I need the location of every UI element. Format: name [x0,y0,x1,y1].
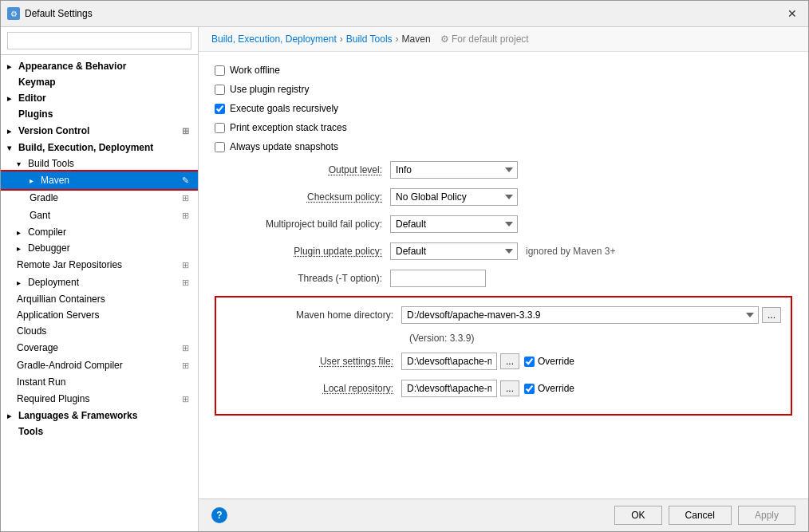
maven-home-browse-button[interactable]: ... [762,307,781,323]
sidebar-item-gant[interactable]: Gant ⊞ [1,207,198,224]
breadcrumb: Build, Execution, Deployment › Build Too… [199,27,808,52]
arrow-icon: ▸ [17,244,25,253]
sidebar-item-gradle[interactable]: Gradle ⊞ [1,189,198,207]
nav-tree: ▸ Appearance & Behavior Keymap ▸ Editor … [1,55,198,531]
print-exception-row: Print exception stack traces [215,122,792,133]
print-exception-checkbox[interactable] [215,123,225,133]
sidebar-item-coverage[interactable]: Coverage ⊞ [1,339,198,357]
help-button[interactable]: ? [211,507,227,523]
maven-version-note: (Version: 3.3.9) [409,333,781,344]
sidebar-item-appearance[interactable]: ▸ Appearance & Behavior [1,58,198,74]
always-update-row: Always update snapshots [215,141,792,152]
output-level-select[interactable]: Info Debug Error [390,161,518,179]
sidebar-item-remote-jar[interactable]: Remote Jar Repositories ⊞ [1,256,198,274]
execute-goals-checkbox[interactable] [215,104,225,114]
use-plugin-registry-checkbox[interactable] [215,85,225,95]
search-bar [1,27,198,55]
user-settings-row: User settings file: ... Override [226,352,781,371]
checksum-policy-label: Checksum policy: [215,191,390,203]
cancel-button[interactable]: Cancel [669,506,732,525]
vcs-icon: ⊞ [179,124,191,137]
work-offline-row: Work offline [215,65,792,76]
search-input[interactable] [7,32,191,49]
settings-icon: ⚙ [7,7,20,20]
arrow-icon: ▾ [17,160,25,168]
local-repo-override-label[interactable]: Override [538,383,574,394]
sidebar-item-plugins[interactable]: Plugins [1,106,198,122]
plugin-update-note: ignored by Maven 3+ [526,246,615,257]
plugin-update-policy-select[interactable]: Default Always Never Daily [390,242,518,260]
sidebar-item-debugger[interactable]: ▸ Debugger [1,240,198,256]
threads-label: Threads (-T option): [215,273,390,284]
sidebar-item-editor[interactable]: ▸ Editor [1,90,198,106]
settings-area: Work offline Use plugin registry Execute… [199,52,808,499]
svg-text:⚙: ⚙ [10,10,18,18]
local-repo-browse-button[interactable]: ... [500,380,519,396]
title-bar: ⚙ Default Settings ✕ [1,1,808,27]
gant-icon: ⊞ [179,209,191,222]
close-button[interactable]: ✕ [783,6,802,22]
user-settings-browse-button[interactable]: ... [500,353,519,369]
user-settings-override-label[interactable]: Override [538,356,574,367]
print-exception-label[interactable]: Print exception stack traces [230,122,347,133]
required-plugins-icon: ⊞ [179,392,191,405]
use-plugin-registry-row: Use plugin registry [215,84,792,95]
multiproject-policy-label: Multiproject build fail policy: [215,219,390,230]
output-level-row: Output level: Info Debug Error [215,160,792,179]
sidebar-item-build-tools[interactable]: ▾ Build Tools [1,156,198,171]
user-settings-override-checkbox[interactable] [524,357,535,367]
apply-button[interactable]: Apply [738,506,795,525]
sidebar-item-build-execution[interactable]: ▾ Build, Execution, Deployment [1,140,198,156]
main-content: ▸ Appearance & Behavior Keymap ▸ Editor … [1,27,808,531]
work-offline-checkbox[interactable] [215,65,225,76]
multiproject-policy-row: Multiproject build fail policy: Default … [215,215,792,234]
sidebar-item-keymap[interactable]: Keymap [1,74,198,90]
ok-button[interactable]: OK [614,506,661,525]
sidebar-item-instant-run[interactable]: Instant Run [1,374,198,390]
sidebar: ▸ Appearance & Behavior Keymap ▸ Editor … [1,27,199,531]
edit-icon: ✎ [179,174,191,187]
breadcrumb-build[interactable]: Build, Execution, Deployment [211,33,337,45]
arrow-icon: ▸ [7,94,15,103]
sidebar-item-clouds[interactable]: Clouds [1,323,198,339]
threads-row: Threads (-T option): [215,269,792,288]
arrow-icon: ▸ [30,176,37,185]
always-update-checkbox[interactable] [215,142,225,152]
use-plugin-registry-label[interactable]: Use plugin registry [230,84,309,95]
arrow-icon: ▸ [7,127,15,136]
arrow-icon: ▾ [7,144,15,152]
execute-goals-label[interactable]: Execute goals recursively [230,103,338,114]
checksum-policy-row: Checksum policy: No Global Policy Ignore… [215,187,792,207]
work-offline-label[interactable]: Work offline [230,65,280,76]
checksum-policy-select[interactable]: No Global Policy Ignore Warn Fail [390,188,518,206]
sidebar-item-arquillian[interactable]: Arquillian Containers [1,291,198,307]
plugin-update-policy-row: Plugin update policy: Default Always Nev… [215,242,792,261]
arrow-icon: ▸ [17,228,25,237]
sidebar-item-app-servers[interactable]: Application Servers [1,307,198,323]
sidebar-item-deployment[interactable]: ▸ Deployment ⊞ [1,274,198,291]
local-repo-override-checkbox[interactable] [524,384,535,394]
maven-home-row: Maven home directory: D:/devsoft/apache-… [226,305,781,325]
output-level-label: Output level: [215,164,390,175]
sidebar-item-compiler[interactable]: ▸ Compiler [1,224,198,240]
sidebar-item-tools[interactable]: Tools [1,424,198,439]
maven-home-label: Maven home directory: [226,309,401,321]
maven-home-select[interactable]: D:/devsoft/apache-maven-3.3.9 [401,306,759,324]
always-update-label[interactable]: Always update snapshots [230,141,338,152]
sidebar-item-gradle-android[interactable]: Gradle-Android Compiler ⊞ [1,357,198,374]
main-window: ⚙ Default Settings ✕ ▸ Appearance & Beha… [0,0,809,532]
local-repo-row: Local repository: ... Override [226,379,781,398]
multiproject-policy-select[interactable]: Default Fail at end Fail fast Never fail [390,215,518,233]
gradle-icon: ⊞ [179,191,191,204]
user-settings-input[interactable] [401,353,497,370]
sidebar-item-version-control[interactable]: ▸ Version Control ⊞ [1,122,198,140]
sidebar-item-maven[interactable]: ▸ Maven ✎ [1,171,198,189]
sidebar-item-languages[interactable]: ▸ Languages & Frameworks [1,408,198,424]
execute-goals-row: Execute goals recursively [215,103,792,114]
breadcrumb-build-tools[interactable]: Build Tools [346,33,393,45]
local-repo-input[interactable] [401,380,497,397]
right-panel: Build, Execution, Deployment › Build Too… [199,27,808,531]
remote-jar-icon: ⊞ [179,258,191,271]
sidebar-item-required-plugins[interactable]: Required Plugins ⊞ [1,390,198,408]
threads-input[interactable] [390,270,486,287]
